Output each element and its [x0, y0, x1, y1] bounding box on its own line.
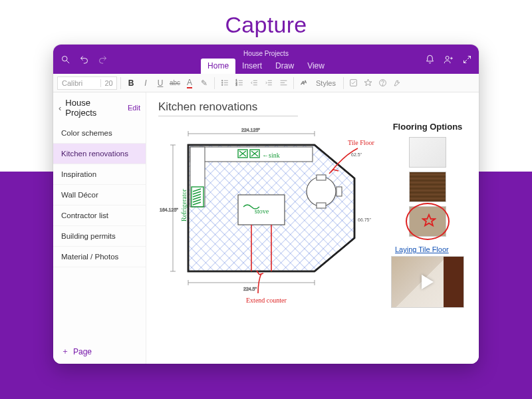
svg-text:Extend counter: Extend counter [246, 297, 287, 304]
tab-view[interactable]: View [301, 59, 331, 74]
svg-text:stove: stove [255, 207, 269, 215]
bold-button[interactable]: B [124, 76, 138, 90]
canvas[interactable]: Kitchen renovations [146, 92, 479, 364]
svg-point-11 [221, 84, 223, 86]
svg-point-9 [221, 82, 223, 84]
hero-title: Capture [225, 12, 307, 38]
svg-rect-54 [317, 203, 326, 208]
sidebar-item-kitchen-renovations[interactable]: Kitchen renovations [53, 144, 146, 164]
body: ‹ House Projects Edit Color schemes Kitc… [53, 92, 479, 364]
video-thumbnail[interactable] [391, 256, 464, 308]
notebook-name: House Projects [243, 50, 289, 57]
font-size: 20 [100, 79, 116, 87]
swatch-wood[interactable] [409, 172, 446, 202]
page-title[interactable]: Kitchen renovations [158, 100, 298, 116]
sidebar-item-contractor-list[interactable]: Contractor list [53, 205, 146, 226]
tab-insert[interactable]: Insert [235, 59, 269, 74]
swatch-tile[interactable] [409, 206, 446, 237]
divider [343, 77, 344, 89]
side-column: Flooring Options Laying Tile Floor [391, 122, 464, 308]
font-picker[interactable]: Calibri 20 [57, 76, 117, 90]
share-icon[interactable] [440, 51, 456, 67]
sidebar-item-wall-decor[interactable]: Wall Décor [53, 185, 146, 205]
divider [120, 77, 121, 89]
help-button[interactable] [376, 76, 390, 90]
swatch-marble[interactable] [409, 137, 446, 168]
redo-icon[interactable] [94, 51, 110, 67]
bullets-button[interactable] [218, 76, 231, 90]
strikethrough-button[interactable]: abc [168, 76, 182, 90]
tag-button[interactable] [362, 76, 375, 90]
indent-button[interactable] [262, 76, 275, 90]
sidebar-header: ‹ House Projects Edit [53, 92, 146, 123]
titlebar: House Projects Home Insert Draw View [53, 45, 479, 74]
flooring-heading: Flooring Options [393, 122, 463, 132]
font-name: Calibri [58, 79, 100, 87]
sidebar-item-inspiration[interactable]: Inspiration [53, 164, 146, 185]
svg-text:224.125": 224.125" [241, 128, 260, 132]
italic-button[interactable]: I [139, 76, 152, 90]
numbering-button[interactable]: 123 [233, 76, 246, 90]
page-list: Color schemes Kitchen renovations Inspir… [53, 123, 146, 339]
play-icon [422, 275, 434, 289]
notifications-icon[interactable] [422, 51, 438, 67]
search-icon[interactable] [57, 51, 73, 67]
font-color-button[interactable]: A [183, 76, 196, 90]
floorplan: 224.125" 164.125" 224.5" 62.5" 66.75" [158, 122, 384, 308]
outdent-button[interactable] [247, 76, 261, 90]
app-window: House Projects Home Insert Draw View Cal… [53, 45, 479, 364]
sidebar: ‹ House Projects Edit Color schemes Kitc… [53, 92, 146, 364]
fullscreen-icon[interactable] [459, 51, 475, 67]
svg-text:A: A [300, 80, 304, 86]
svg-point-52 [307, 177, 336, 206]
svg-text:←: ← [262, 152, 269, 159]
svg-rect-53 [317, 175, 326, 180]
align-button[interactable] [277, 76, 290, 90]
divider [293, 77, 294, 89]
ribbon: Calibri 20 B I U abc A ✎ 123 AA Styles [53, 74, 479, 92]
svg-rect-30 [350, 80, 357, 86]
svg-text:A: A [304, 80, 307, 84]
video-link[interactable]: Laying Tile Floor [395, 245, 449, 253]
todo-button[interactable] [347, 76, 360, 90]
back-icon[interactable]: ‹ [59, 103, 61, 113]
svg-line-1 [66, 61, 69, 63]
add-page-button[interactable]: ＋ Page [53, 339, 146, 364]
svg-rect-55 [336, 187, 342, 196]
styles-icon[interactable]: AA [297, 76, 311, 90]
svg-text:164.125": 164.125" [160, 207, 178, 212]
sidebar-item-color-schemes[interactable]: Color schemes [53, 123, 146, 144]
svg-point-2 [446, 56, 449, 59]
video-thumb-detail [444, 257, 464, 307]
svg-text:224.5": 224.5" [243, 287, 257, 291]
tab-home[interactable]: Home [201, 59, 235, 74]
tab-draw[interactable]: Draw [269, 59, 301, 74]
undo-icon[interactable] [76, 51, 92, 67]
styles-button[interactable]: Styles [312, 79, 340, 87]
highlight-button[interactable]: ✎ [198, 76, 211, 90]
svg-text:sink: sink [269, 152, 280, 159]
svg-point-0 [62, 56, 67, 61]
plus-icon: ＋ [61, 346, 69, 357]
add-page-label: Page [73, 347, 92, 356]
svg-line-6 [467, 56, 470, 59]
clear-format-button[interactable] [391, 76, 404, 90]
svg-text:3: 3 [235, 84, 237, 86]
underline-button[interactable]: U [154, 76, 167, 90]
svg-text:Tile Floor: Tile Floor [348, 139, 375, 146]
svg-text:Refrigerator: Refrigerator [180, 188, 188, 221]
sidebar-item-building-permits[interactable]: Building permits [53, 226, 146, 247]
svg-point-32 [383, 84, 384, 85]
svg-point-7 [221, 80, 223, 81]
svg-line-5 [464, 60, 466, 63]
divider [214, 77, 215, 89]
svg-text:66.75": 66.75" [358, 217, 372, 222]
section-title: House Projects [65, 98, 124, 118]
sidebar-item-material-photos[interactable]: Material / Photos [53, 247, 146, 267]
ribbon-tabs: Home Insert Draw View [201, 59, 331, 74]
edit-button[interactable]: Edit [128, 104, 140, 112]
svg-text:62.5": 62.5" [351, 152, 362, 157]
